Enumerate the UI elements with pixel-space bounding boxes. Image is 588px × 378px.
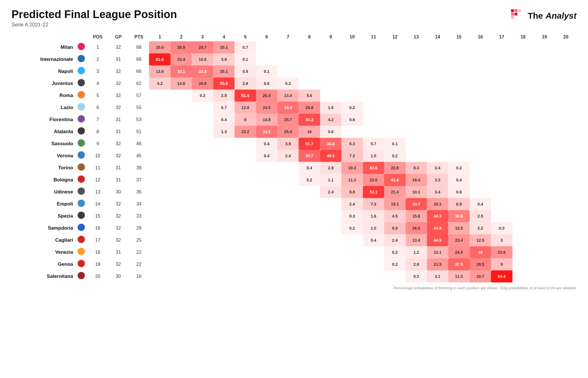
prob-cell-3-18	[534, 77, 555, 90]
team-gp: 32	[108, 138, 129, 150]
prob-cell-7-19	[555, 126, 577, 138]
prob-cell-7-10	[363, 126, 384, 138]
prob-cell-15-4	[235, 222, 256, 234]
prob-cell-2-11	[384, 65, 405, 77]
prob-cell-1-7	[299, 53, 320, 65]
prob-cell-17-18	[534, 246, 555, 258]
prob-cell-5-4: 12.8	[235, 102, 256, 114]
team-logo	[75, 234, 88, 246]
prob-cell-0-9	[341, 41, 363, 53]
team-logo	[75, 53, 88, 65]
prob-cell-19-19	[555, 270, 577, 282]
prob-cell-5-2	[192, 102, 213, 114]
prob-cell-14-3	[213, 210, 235, 222]
prob-cell-6-0	[149, 114, 170, 126]
team-pts: 57	[129, 90, 149, 102]
prob-cell-2-10	[363, 65, 384, 77]
team-pts: 51	[129, 126, 149, 138]
prob-cell-13-9: 2.4	[341, 198, 363, 210]
prob-cell-14-14: 30.8	[448, 210, 469, 222]
prob-cell-4-7: 5.6	[299, 90, 320, 102]
prob-cell-17-14: 24.9	[448, 246, 469, 258]
prob-cell-18-19	[555, 258, 577, 270]
prob-cell-5-15	[470, 102, 491, 114]
prob-cell-13-18	[534, 198, 555, 210]
prob-cell-4-13	[427, 90, 448, 102]
prob-cell-11-2	[192, 174, 213, 186]
table-row: Juventus432624.214.626.950.62.90.60.2	[11, 77, 577, 90]
prob-cell-17-15: 38	[470, 246, 491, 258]
prob-cell-7-8: 0.6	[320, 126, 341, 138]
prob-cell-1-5	[256, 53, 277, 65]
team-pts: 34	[129, 198, 149, 210]
prob-cell-13-8	[320, 198, 341, 210]
prob-cell-7-12	[406, 126, 427, 138]
prob-cell-2-8	[320, 65, 341, 77]
prob-cell-12-8: 2.4	[320, 186, 341, 198]
prob-cell-12-6	[277, 186, 299, 198]
prob-cell-14-1	[171, 210, 192, 222]
prob-cell-14-2	[192, 210, 213, 222]
prob-cell-11-7: 0.2	[299, 174, 320, 186]
prob-cell-4-11	[384, 90, 405, 102]
prob-cell-18-16: 9	[491, 258, 512, 270]
prob-cell-5-19	[555, 102, 577, 114]
prob-cell-1-14	[448, 53, 469, 65]
col-header-pos-19: 19	[534, 34, 555, 41]
prob-cell-19-17	[512, 270, 534, 282]
prob-cell-12-16	[491, 186, 512, 198]
table-row: Fiorentina731530.4814.825.746.34.20.6	[11, 114, 577, 126]
prob-cell-6-4: 8	[235, 114, 256, 126]
prob-cell-8-3	[213, 138, 235, 150]
prob-cell-1-12	[406, 53, 427, 65]
prob-cell-9-3	[213, 150, 235, 162]
prob-cell-10-7: 0.4	[299, 162, 320, 174]
prob-cell-8-4	[235, 138, 256, 150]
svg-rect-1	[514, 9, 517, 12]
prob-cell-8-6: 3.9	[277, 138, 299, 150]
prob-cell-8-7: 51.7	[299, 138, 320, 150]
prob-cell-15-11: 9.9	[384, 222, 405, 234]
team-pts: 62	[129, 77, 149, 90]
prob-cell-8-2	[192, 138, 213, 150]
prob-cell-4-9	[341, 90, 363, 102]
prob-cell-17-5	[256, 246, 277, 258]
team-gp: 32	[108, 222, 129, 234]
prob-cell-19-8	[320, 270, 341, 282]
prob-cell-17-4	[235, 246, 256, 258]
prob-cell-7-0	[149, 126, 170, 138]
table-row: Milan1326820.528.929.720.10.7	[11, 41, 577, 53]
svg-point-16	[78, 163, 85, 171]
prob-cell-19-9	[341, 270, 363, 282]
prob-cell-12-19	[555, 186, 577, 198]
prob-cell-0-16	[491, 41, 512, 53]
prob-cell-12-5	[256, 186, 277, 198]
prob-cell-19-1	[171, 270, 192, 282]
team-pos: 16	[88, 222, 108, 234]
col-header-pos-17: 17	[491, 34, 512, 41]
svg-point-8	[78, 67, 85, 74]
prob-cell-8-15	[470, 138, 491, 150]
prob-cell-3-5: 0.6	[256, 77, 277, 90]
prob-cell-15-8	[320, 222, 341, 234]
prob-cell-2-2: 32.3	[192, 65, 213, 77]
svg-point-11	[78, 103, 85, 111]
prob-cell-4-5: 26.4	[256, 90, 277, 102]
col-header-pos-6: 6	[256, 34, 277, 41]
prob-cell-19-5	[256, 270, 277, 282]
prob-cell-12-3	[213, 186, 235, 198]
prob-cell-7-1	[171, 126, 192, 138]
prob-cell-3-0: 4.2	[149, 77, 170, 90]
col-header-pos-7: 7	[277, 34, 299, 41]
team-logo	[75, 77, 88, 90]
prob-cell-10-18	[534, 162, 555, 174]
svg-point-12	[78, 115, 85, 123]
prob-cell-8-16	[491, 138, 512, 150]
prob-cell-11-5	[256, 174, 277, 186]
table-row: Genoa1932220.22.921.537.928.59	[11, 258, 577, 270]
prob-cell-0-18	[534, 41, 555, 53]
prob-cell-4-18	[534, 90, 555, 102]
prob-cell-13-7	[299, 198, 320, 210]
col-header-pos-9: 9	[320, 34, 341, 41]
prob-cell-15-0	[149, 222, 170, 234]
